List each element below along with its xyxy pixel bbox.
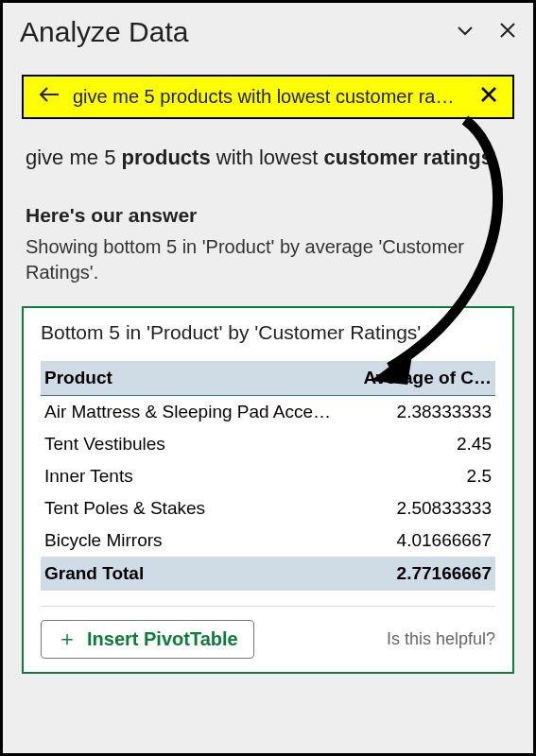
header-icons (456, 21, 516, 43)
cell-product: Inner Tents (44, 466, 350, 487)
col-header-average: Average of C… (350, 368, 492, 388)
cell-value: 2.45 (350, 434, 492, 455)
back-icon[interactable] (39, 86, 60, 108)
table-total-row: Grand Total 2.77166667 (41, 557, 495, 591)
cell-product: Tent Vestibules (44, 434, 350, 455)
pivot-table: Product Average of C… Air Mattress & Sle… (41, 361, 495, 591)
query-echo: give me 5 products with lowest customer … (26, 144, 510, 172)
card-footer: ＋ Insert PivotTable Is this helpful? (41, 620, 495, 659)
query-bar[interactable]: give me 5 products with lowest customer … (22, 75, 514, 119)
divider (41, 606, 495, 607)
card-title: Bottom 5 in 'Product' by 'Customer Ratin… (41, 321, 495, 344)
grand-total-value: 2.77166667 (350, 563, 492, 584)
close-icon[interactable] (499, 22, 516, 43)
pane-body: give me 5 products with lowest customer … (3, 119, 533, 285)
plus-icon: ＋ (57, 628, 78, 649)
clear-icon[interactable] (480, 86, 497, 108)
answer-heading: Here's our answer (26, 204, 510, 227)
cell-product: Bicycle Mirrors (44, 530, 350, 551)
insert-pivottable-button[interactable]: ＋ Insert PivotTable (41, 620, 254, 659)
table-row: Tent Poles & Stakes 2.50833333 (41, 492, 495, 524)
table-header-row: Product Average of C… (41, 361, 495, 396)
collapse-icon[interactable] (456, 21, 475, 43)
result-card: Bottom 5 in 'Product' by 'Customer Ratin… (22, 306, 514, 674)
analyze-data-pane: Analyze Data give me 5 products with low… (0, 0, 536, 756)
answer-description: Showing bottom 5 in 'Product' by average… (26, 234, 510, 285)
table-row: Tent Vestibules 2.45 (41, 428, 495, 460)
grand-total-label: Grand Total (44, 563, 350, 584)
query-text: give me 5 products with lowest customer … (73, 86, 467, 108)
is-this-helpful-link[interactable]: Is this helpful? (387, 629, 495, 649)
pane-title: Analyze Data (20, 16, 456, 48)
echo-text: give me 5 (26, 146, 122, 169)
cell-product: Air Mattress & Sleeping Pad Acce… (44, 402, 350, 422)
pane-header: Analyze Data (3, 3, 533, 58)
cell-value: 2.38333333 (350, 402, 492, 422)
echo-bold-ratings: customer ratings (323, 146, 493, 169)
table-row: Air Mattress & Sleeping Pad Acce… 2.3833… (41, 396, 495, 428)
cell-value: 4.01666667 (350, 530, 492, 551)
echo-text: with lowest (211, 146, 324, 169)
echo-bold-products: products (122, 146, 211, 169)
cell-value: 2.50833333 (350, 498, 492, 519)
cell-value: 2.5 (350, 466, 492, 487)
insert-pivottable-label: Insert PivotTable (87, 628, 238, 650)
table-row: Bicycle Mirrors 4.01666667 (41, 524, 495, 557)
cell-product: Tent Poles & Stakes (44, 498, 350, 519)
table-row: Inner Tents 2.5 (41, 460, 495, 492)
col-header-product: Product (44, 368, 350, 388)
